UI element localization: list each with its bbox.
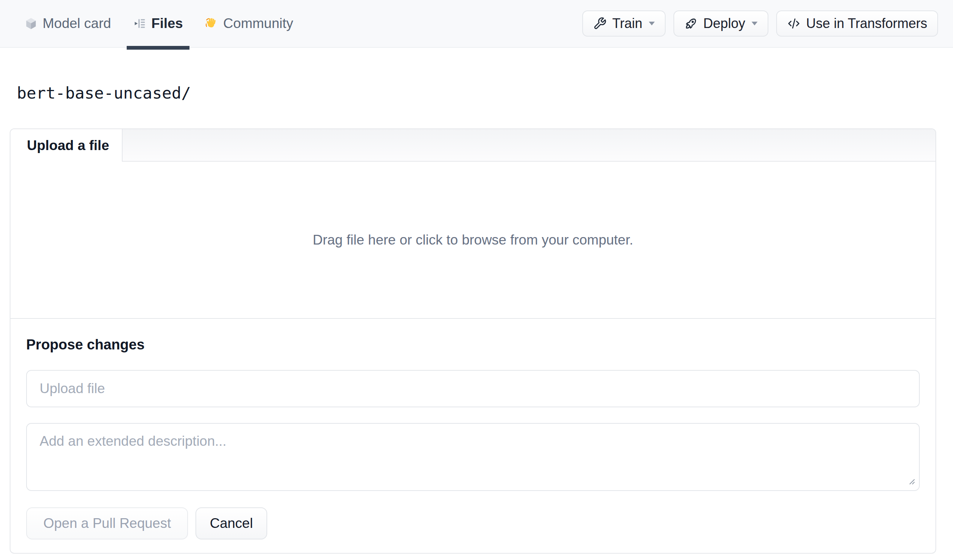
tabbar-filler (122, 129, 936, 162)
code-icon (787, 17, 801, 30)
tab-files-label: Files (151, 15, 183, 31)
waving-hand-icon (205, 17, 218, 30)
upload-file-input[interactable] (26, 370, 920, 407)
breadcrumb[interactable]: bert-base-uncased/ (17, 84, 191, 103)
repo-action-buttons: Train Deploy Use in Tr (582, 11, 938, 37)
rocket-icon (684, 17, 698, 30)
tab-model-card[interactable]: Model card (25, 0, 111, 47)
tab-upload-a-file-label: Upload a file (27, 138, 109, 153)
tab-files[interactable]: Files (133, 0, 183, 47)
tab-community-label: Community (223, 15, 293, 31)
active-tab-underline (127, 46, 189, 50)
file-dropzone[interactable]: Drag file here or click to browse from y… (11, 162, 936, 319)
upload-panel: Upload a file Drag file here or click to… (10, 128, 936, 554)
use-in-transformers-button[interactable]: Use in Transformers (776, 11, 938, 37)
deploy-button[interactable]: Deploy (674, 11, 768, 37)
train-button-label: Train (612, 15, 643, 31)
deploy-button-label: Deploy (703, 15, 745, 31)
cube-icon (25, 17, 37, 30)
use-in-transformers-label: Use in Transformers (806, 15, 927, 31)
open-pull-request-button[interactable]: Open a Pull Request (26, 507, 188, 540)
tab-community[interactable]: Community (205, 0, 293, 47)
tab-model-card-label: Model card (43, 15, 111, 31)
train-button[interactable]: Train (582, 11, 666, 37)
repo-header: Model card Files (0, 0, 953, 48)
propose-changes-heading: Propose changes (26, 337, 920, 353)
repo-nav-tabs: Model card Files (25, 0, 293, 47)
files-versions-icon (133, 17, 146, 30)
dropzone-hint-text: Drag file here or click to browse from y… (313, 232, 633, 248)
chevron-down-icon (751, 22, 757, 25)
chevron-down-icon (649, 22, 655, 25)
tab-upload-a-file[interactable]: Upload a file (11, 129, 122, 162)
cancel-button[interactable]: Cancel (196, 507, 267, 540)
upload-panel-tabbar: Upload a file (11, 129, 936, 162)
description-field-wrap (26, 423, 920, 491)
wrench-icon (593, 17, 607, 30)
extended-description-textarea[interactable] (26, 423, 920, 491)
propose-changes-section: Propose changes Open a Pull Request Canc… (11, 319, 936, 553)
form-actions-row: Open a Pull Request Cancel (26, 507, 920, 540)
